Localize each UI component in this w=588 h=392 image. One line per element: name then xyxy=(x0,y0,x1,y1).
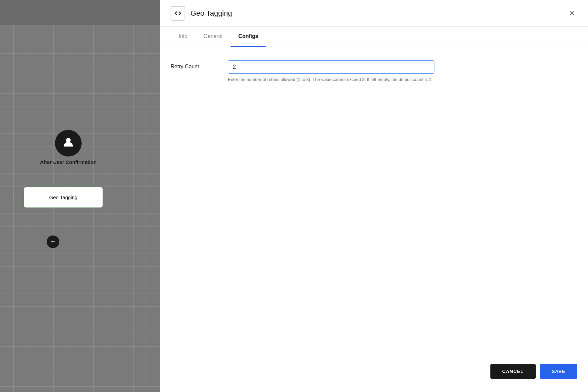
dialog-footer: CANCEL SAVE xyxy=(160,356,588,392)
retry-count-row: Retry Count Enter the number of retries … xyxy=(171,60,577,83)
retry-count-input-group: Enter the number of retries allowed (1 t… xyxy=(228,60,434,83)
dialog-title: Geo Tagging xyxy=(191,9,561,18)
canvas-area: After User Confirmation Geo Tagging + xyxy=(0,0,160,392)
retry-count-hint: Enter the number of retries allowed (1 t… xyxy=(228,76,434,83)
user-circle xyxy=(55,130,82,157)
plus-icon: + xyxy=(51,237,55,246)
geo-tagging-node-label: Geo Tagging xyxy=(49,195,78,200)
tabs-container: Info General Configs xyxy=(160,27,588,47)
tab-configs[interactable]: Configs xyxy=(231,27,267,47)
tab-general[interactable]: General xyxy=(196,27,231,47)
dialog-header: Geo Tagging xyxy=(160,0,588,27)
dialog-body: Retry Count Enter the number of retries … xyxy=(160,47,588,356)
connector-line-top xyxy=(53,160,54,187)
user-node[interactable]: After User Confirmation xyxy=(40,130,97,165)
close-button[interactable] xyxy=(567,8,577,19)
retry-count-label: Retry Count xyxy=(171,60,217,70)
tab-info[interactable]: Info xyxy=(171,27,196,47)
canvas-grid: After User Confirmation Geo Tagging + xyxy=(0,0,160,392)
geo-tagging-node[interactable]: Geo Tagging xyxy=(23,187,103,208)
connector-line-bottom xyxy=(53,208,54,235)
dialog-panel: Geo Tagging Info General Configs Retry C… xyxy=(160,0,588,392)
save-button[interactable]: SAVE xyxy=(540,364,577,379)
cancel-button[interactable]: CANCEL xyxy=(490,364,536,379)
code-view-button[interactable] xyxy=(171,6,185,21)
canvas-top-bar xyxy=(0,0,160,25)
user-icon xyxy=(62,136,74,151)
user-node-label: After User Confirmation xyxy=(40,159,97,165)
add-node-button[interactable]: + xyxy=(47,235,59,248)
svg-point-0 xyxy=(66,138,71,143)
retry-count-input[interactable] xyxy=(228,60,434,74)
